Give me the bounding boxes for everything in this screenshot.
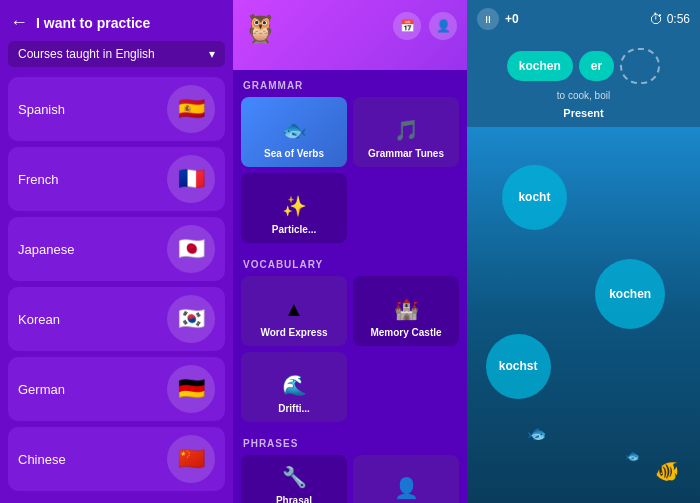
- particle-label: Particle...: [272, 224, 316, 235]
- language-item-french[interactable]: French 🇫🇷: [8, 147, 225, 211]
- vocabulary-section-label: VOCABULARY: [233, 249, 467, 276]
- phrases-grid: 🔧 Phrasal Construction 👤 Stream of Phras…: [233, 455, 467, 503]
- panel1-title: I want to practice: [36, 15, 150, 31]
- fish-decoration-2: 🐠: [655, 459, 680, 483]
- fish-decoration-3: 🐟: [625, 449, 640, 463]
- answer-bubble-kocht[interactable]: kocht: [502, 165, 567, 230]
- lang-name: Japanese: [18, 242, 74, 257]
- panel1-header: ← I want to practice: [0, 0, 233, 41]
- language-item-german[interactable]: German 🇩🇪: [8, 357, 225, 421]
- particle-icon: ✨: [282, 194, 307, 218]
- lang-flag: 🇯🇵: [167, 225, 215, 273]
- topbar-left: ⏸ +0: [477, 8, 519, 30]
- exercise-topbar: ⏸ +0 ⏱ 0:56: [467, 0, 700, 38]
- particle-card[interactable]: ✨ Particle...: [241, 173, 347, 243]
- language-item-japanese[interactable]: Japanese 🇯🇵: [8, 217, 225, 281]
- language-selection-panel: ← I want to practice Courses taught in E…: [0, 0, 233, 503]
- sea-of-verbs-card[interactable]: 🐟 Sea of Verbs: [241, 97, 347, 167]
- sea-of-verbs-label: Sea of Verbs: [264, 148, 324, 159]
- score-display: +0: [505, 12, 519, 26]
- ocean-area: kochtkochenkochst🐟🐠🐟: [467, 127, 700, 503]
- dropdown-bar[interactable]: Courses taught in English ▾: [8, 41, 225, 67]
- lang-flag: 🇨🇳: [167, 435, 215, 483]
- grammar-tunes-icon: 🎵: [394, 118, 419, 142]
- word-bubble-question[interactable]: [620, 48, 660, 84]
- phrasal-construction-icon: 🔧: [282, 465, 307, 489]
- drifti-icon: 🌊: [282, 373, 307, 397]
- stream-of-phrases-card[interactable]: 👤 Stream of Phrases: [353, 455, 459, 503]
- grammar-tunes-label: Grammar Tunes: [368, 148, 444, 159]
- drifti-label: Drifti...: [278, 403, 310, 414]
- chevron-down-icon: ▾: [209, 47, 215, 61]
- tense-label: Present: [467, 103, 700, 127]
- exercise-panel: ⏸ +0 ⏱ 0:56 kochen er to cook, boil Pres…: [467, 0, 700, 503]
- header-icons: 📅 👤: [393, 12, 457, 40]
- drifti-card[interactable]: 🌊 Drifti...: [241, 352, 347, 422]
- language-item-spanish[interactable]: Spanish 🇪🇸: [8, 77, 225, 141]
- dropdown-label: Courses taught in English: [18, 47, 155, 61]
- lang-flag: 🇩🇪: [167, 365, 215, 413]
- calendar-icon-button[interactable]: 📅: [393, 12, 421, 40]
- pause-button[interactable]: ⏸: [477, 8, 499, 30]
- grammar-tunes-card[interactable]: 🎵 Grammar Tunes: [353, 97, 459, 167]
- translation-hint: to cook, boil: [467, 88, 700, 103]
- grammar-grid: 🐟 Sea of Verbs 🎵 Grammar Tunes ✨ Particl…: [233, 97, 467, 249]
- lang-flag: 🇰🇷: [167, 295, 215, 343]
- phrases-section-label: PHRASES: [233, 428, 467, 455]
- timer-area: ⏱ 0:56: [649, 11, 690, 27]
- sea-of-verbs-icon: 🐟: [282, 118, 307, 142]
- timer-display: 0:56: [667, 12, 690, 26]
- lang-name: French: [18, 172, 58, 187]
- lang-name: Chinese: [18, 452, 66, 467]
- stream-of-phrases-icon: 👤: [394, 476, 419, 500]
- back-button[interactable]: ←: [10, 12, 28, 33]
- profile-icon-button[interactable]: 👤: [429, 12, 457, 40]
- courses-header: 🦉 📅 👤: [233, 0, 467, 70]
- answer-bubble-kochst[interactable]: kochst: [486, 334, 551, 399]
- lang-name: Korean: [18, 312, 60, 327]
- memory-castle-label: Memory Castle: [370, 327, 441, 338]
- lang-flag: 🇪🇸: [167, 85, 215, 133]
- word-bubble-kochen[interactable]: kochen: [507, 51, 573, 81]
- grammar-section-label: GRAMMAR: [233, 70, 467, 97]
- memory-castle-icon: 🏰: [394, 297, 419, 321]
- word-express-card[interactable]: ▲ Word Express: [241, 276, 347, 346]
- mascot-icon: 🦉: [243, 12, 278, 45]
- word-bubbles-row: kochen er: [467, 38, 700, 88]
- courses-panel: 🦉 📅 👤 GRAMMAR 🐟 Sea of Verbs 🎵 Grammar T…: [233, 0, 467, 503]
- word-express-icon: ▲: [284, 298, 304, 321]
- lang-name: German: [18, 382, 65, 397]
- phrasal-construction-label: Phrasal Construction: [249, 495, 339, 503]
- clock-icon: ⏱: [649, 11, 663, 27]
- language-item-chinese[interactable]: Chinese 🇨🇳: [8, 427, 225, 491]
- fish-decoration-1: 🐟: [527, 424, 547, 443]
- memory-castle-card[interactable]: 🏰 Memory Castle: [353, 276, 459, 346]
- language-item-korean[interactable]: Korean 🇰🇷: [8, 287, 225, 351]
- lang-name: Spanish: [18, 102, 65, 117]
- vocabulary-grid: ▲ Word Express 🏰 Memory Castle 🌊 Drifti.…: [233, 276, 467, 428]
- language-list: Spanish 🇪🇸 French 🇫🇷 Japanese 🇯🇵 Korean …: [0, 77, 233, 491]
- word-bubble-er[interactable]: er: [579, 51, 614, 81]
- mascot-area: 🦉: [243, 12, 278, 45]
- word-express-label: Word Express: [260, 327, 327, 338]
- answer-bubble-kochen[interactable]: kochen: [595, 259, 665, 329]
- lang-flag: 🇫🇷: [167, 155, 215, 203]
- phrasal-construction-card[interactable]: 🔧 Phrasal Construction: [241, 455, 347, 503]
